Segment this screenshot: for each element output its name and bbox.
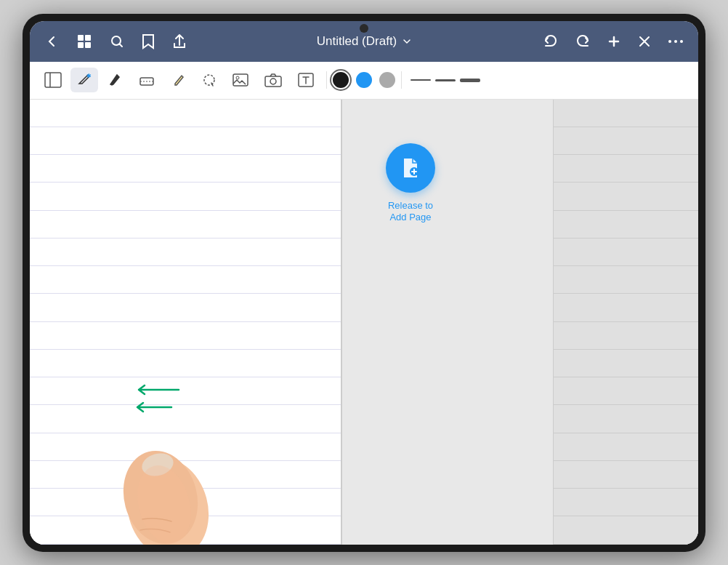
nav-left — [41, 31, 187, 52]
title-area: Untitled (Draft) — [187, 34, 541, 49]
secondary-line — [554, 377, 698, 405]
thickness-thin[interactable] — [410, 79, 431, 81]
secondary-line — [554, 100, 698, 127]
toolbar-separator — [326, 71, 327, 89]
secondary-line — [554, 127, 698, 155]
paper-line — [30, 183, 341, 210]
svg-rect-8 — [45, 73, 61, 87]
svg-rect-3 — [85, 42, 91, 48]
highlighter-btn[interactable] — [165, 68, 193, 92]
right-area: Release to Add Page — [342, 100, 698, 545]
svg-point-5 — [668, 40, 671, 43]
image-btn[interactable] — [226, 68, 255, 92]
svg-point-6 — [674, 40, 677, 43]
paper-line — [30, 433, 341, 461]
secondary-line — [554, 516, 698, 544]
text-tool-btn[interactable] — [291, 68, 320, 92]
svg-point-16 — [270, 79, 276, 84]
redo-button[interactable] — [572, 31, 594, 52]
secondary-page — [553, 100, 698, 545]
tablet-camera — [360, 24, 368, 33]
secondary-line — [554, 489, 698, 516]
left-notebook-page[interactable] — [30, 100, 342, 545]
secondary-line — [554, 211, 698, 239]
secondary-line — [554, 350, 698, 377]
document-title[interactable]: Untitled (Draft) — [317, 34, 412, 49]
svg-point-12 — [204, 75, 214, 85]
camera-btn[interactable] — [258, 68, 288, 92]
svg-point-7 — [680, 40, 683, 43]
add-page-line2: Add Page — [389, 212, 431, 223]
paper-line — [30, 266, 341, 294]
eraser-btn[interactable] — [132, 68, 162, 92]
secondary-line — [554, 239, 698, 266]
add-page-button[interactable] — [604, 31, 624, 52]
thickness-options — [410, 79, 480, 82]
pen-tool-btn[interactable] — [101, 68, 129, 92]
secondary-line — [554, 183, 698, 210]
paper-line — [30, 239, 341, 266]
paper-line — [30, 294, 341, 321]
sidebar-toggle-btn[interactable] — [39, 68, 68, 92]
thickness-thick[interactable] — [460, 79, 480, 82]
paper-line — [30, 377, 341, 405]
svg-rect-0 — [78, 35, 84, 41]
paper-line — [30, 516, 341, 544]
paper-line — [30, 322, 341, 350]
add-page-label: Release to Add Page — [388, 200, 433, 225]
svg-rect-1 — [85, 35, 91, 41]
more-button[interactable] — [665, 36, 687, 47]
close-button[interactable] — [634, 31, 655, 52]
color-black[interactable] — [333, 72, 349, 88]
drawing-toolbar: ✱ — [30, 62, 698, 100]
paper-line — [30, 100, 341, 127]
paper-line — [30, 405, 341, 433]
tablet-screen: Untitled (Draft) — [30, 21, 698, 545]
svg-point-14 — [236, 76, 239, 79]
svg-text:✱: ✱ — [86, 73, 92, 79]
secondary-line — [554, 461, 698, 489]
secondary-line — [554, 405, 698, 433]
thickness-medium[interactable] — [435, 79, 456, 81]
paper-line — [30, 155, 341, 183]
svg-rect-2 — [78, 42, 84, 48]
secondary-line — [554, 266, 698, 294]
search-button[interactable] — [107, 31, 127, 52]
paper-line — [30, 211, 341, 239]
bookmark-button[interactable] — [139, 31, 158, 52]
secondary-line — [554, 433, 698, 461]
content-area: Release to Add Page — [30, 100, 698, 545]
nav-right — [541, 31, 687, 52]
bluetooth-pen-btn[interactable]: ✱ — [70, 68, 98, 92]
undo-button[interactable] — [540, 31, 562, 52]
svg-rect-15 — [265, 76, 281, 87]
color-blue[interactable] — [356, 72, 372, 88]
paper-line — [30, 489, 341, 516]
grid-button[interactable] — [73, 31, 95, 52]
title-label: Untitled (Draft) — [317, 34, 397, 49]
toolbar-separator-2 — [401, 71, 402, 89]
add-page-zone[interactable]: Release to Add Page — [386, 143, 435, 225]
lasso-btn[interactable] — [195, 68, 223, 92]
paper-line — [30, 350, 341, 377]
lined-paper — [30, 100, 341, 545]
color-grey[interactable] — [379, 72, 395, 88]
paper-line — [30, 127, 341, 155]
secondary-line — [554, 294, 698, 321]
add-page-line1: Release to — [388, 200, 433, 211]
paper-line — [30, 461, 341, 489]
secondary-line — [554, 322, 698, 350]
tablet-device: Untitled (Draft) — [23, 14, 705, 552]
add-page-circle[interactable] — [386, 143, 435, 193]
secondary-line — [554, 155, 698, 183]
back-button[interactable] — [41, 31, 62, 52]
secondary-page-lines — [554, 100, 698, 545]
